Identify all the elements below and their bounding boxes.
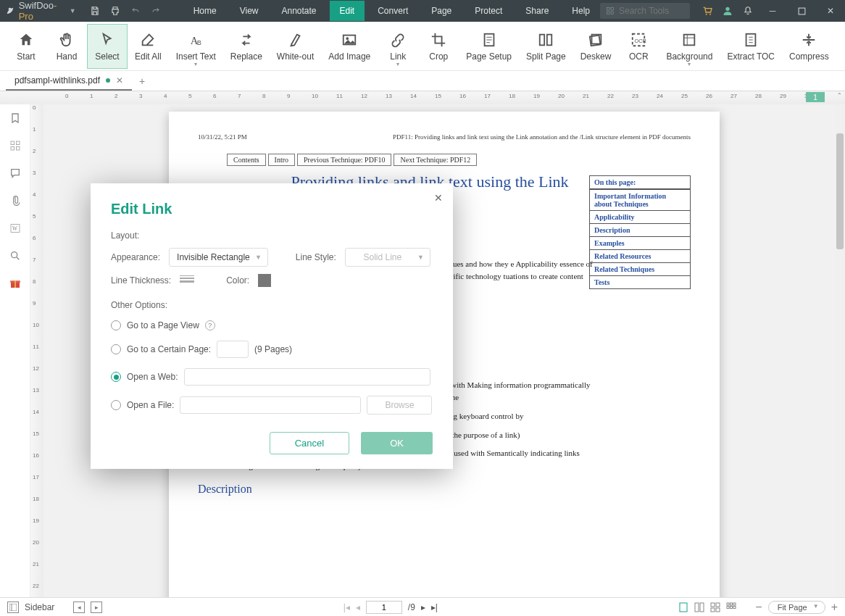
add-tab-button[interactable]: + bbox=[132, 72, 152, 91]
app-logo[interactable]: SwifDoo-Pro ▼ bbox=[0, 0, 82, 22]
zoom-in-icon[interactable]: + bbox=[831, 601, 838, 614]
appearance-select[interactable]: Invisible Rectangle▼ bbox=[169, 248, 268, 267]
tool-edit-all[interactable]: Edit All bbox=[128, 24, 169, 69]
close-icon[interactable]: ✕ bbox=[816, 0, 845, 22]
comment-icon[interactable] bbox=[7, 165, 23, 181]
help-icon[interactable]: ? bbox=[205, 320, 215, 330]
tool-select[interactable]: Select bbox=[87, 24, 128, 69]
gift-icon[interactable] bbox=[7, 275, 23, 291]
doc-nav-item[interactable]: Contents bbox=[227, 154, 266, 166]
tool-page-setup[interactable]: Page Setup bbox=[459, 24, 519, 69]
user-icon[interactable] bbox=[717, 0, 738, 22]
radio-pageview[interactable] bbox=[111, 320, 121, 330]
view-grid-icon[interactable] bbox=[726, 602, 736, 612]
scrollbar-thumb[interactable] bbox=[836, 133, 844, 249]
first-page-icon[interactable]: |◂ bbox=[344, 602, 350, 612]
tool-start[interactable]: Start bbox=[6, 24, 46, 69]
color-picker[interactable] bbox=[258, 274, 271, 287]
radio-open-web[interactable] bbox=[111, 372, 121, 382]
menu-home[interactable]: Home bbox=[183, 1, 227, 21]
on-this-item[interactable]: Important Information about Techniques bbox=[590, 189, 690, 210]
minimize-icon[interactable]: ─ bbox=[758, 0, 787, 22]
tool-split-page[interactable]: Split Page bbox=[519, 24, 573, 69]
menu-view[interactable]: View bbox=[230, 1, 269, 21]
tool-background[interactable]: Background▾ bbox=[659, 24, 720, 69]
tool-add-image[interactable]: Add Image bbox=[321, 24, 378, 69]
tool-extract-toc[interactable]: Extract TOC bbox=[720, 24, 782, 69]
page-number-input[interactable] bbox=[366, 601, 402, 614]
app-menu-caret[interactable]: ▼ bbox=[70, 7, 76, 14]
radio-certain-page[interactable] bbox=[111, 344, 121, 354]
attachment-icon[interactable] bbox=[7, 193, 23, 209]
browse-button[interactable]: Browse bbox=[367, 396, 432, 415]
menu-page[interactable]: Page bbox=[421, 1, 462, 21]
search-tools-input[interactable] bbox=[619, 6, 684, 16]
doc-nav-item[interactable]: Next Technique: PDF12 bbox=[394, 154, 477, 166]
bell-icon[interactable] bbox=[738, 0, 758, 22]
tool-compress[interactable]: Compress bbox=[782, 24, 836, 69]
thickness-picker[interactable] bbox=[180, 275, 194, 286]
select-icon bbox=[99, 31, 115, 49]
undo-icon[interactable] bbox=[130, 5, 141, 17]
view-single-icon[interactable] bbox=[678, 602, 688, 612]
view-continuous-icon[interactable] bbox=[694, 602, 704, 612]
save-icon[interactable] bbox=[89, 5, 101, 17]
svg-text:B: B bbox=[197, 39, 201, 46]
panel-next-icon[interactable]: ▸ bbox=[91, 602, 102, 613]
prev-page-icon[interactable]: ◂ bbox=[356, 602, 360, 612]
ok-button[interactable]: OK bbox=[361, 432, 433, 454]
on-this-item[interactable]: Related Techniques bbox=[590, 262, 690, 275]
tool-insert-text[interactable]: ABInsert Text▾ bbox=[169, 24, 223, 69]
svg-text:W: W bbox=[12, 225, 17, 232]
file-path-field[interactable] bbox=[180, 396, 361, 414]
menu-help[interactable]: Help bbox=[562, 1, 600, 21]
on-this-item[interactable]: Examples bbox=[590, 236, 690, 249]
svg-rect-3 bbox=[611, 12, 614, 14]
menu-protect[interactable]: Protect bbox=[465, 1, 512, 21]
page-number-field[interactable] bbox=[217, 341, 249, 358]
tool-hand[interactable]: Hand bbox=[46, 24, 87, 69]
thumbnails-icon[interactable] bbox=[7, 138, 23, 154]
last-page-icon[interactable]: ▸| bbox=[431, 602, 438, 612]
search-tools[interactable] bbox=[600, 3, 690, 19]
menu-convert[interactable]: Convert bbox=[367, 1, 418, 21]
doc-nav-item[interactable]: Previous Technique: PDF10 bbox=[297, 154, 391, 166]
vertical-scrollbar[interactable] bbox=[835, 104, 845, 597]
view-facing-icon[interactable] bbox=[710, 602, 720, 612]
sidebar-toggle-icon[interactable] bbox=[7, 602, 19, 613]
radio-open-file[interactable] bbox=[111, 400, 121, 410]
tool-replace[interactable]: Replace bbox=[223, 24, 270, 69]
tab-close-icon[interactable]: ✕ bbox=[116, 75, 123, 86]
linestyle-select[interactable]: Solid Line▼ bbox=[345, 248, 430, 267]
on-this-item[interactable]: Applicability bbox=[590, 210, 690, 223]
document-tab[interactable]: pdfsampl-withlinks.pdf ✕ bbox=[6, 72, 132, 91]
zoom-out-icon[interactable]: − bbox=[755, 601, 762, 614]
bookmark-icon[interactable] bbox=[7, 110, 23, 126]
dialog-close-icon[interactable]: ✕ bbox=[434, 192, 443, 204]
word-icon[interactable]: W bbox=[7, 220, 23, 236]
maximize-icon[interactable] bbox=[787, 0, 816, 22]
on-this-item[interactable]: Tests bbox=[590, 275, 690, 288]
cart-icon[interactable] bbox=[697, 0, 717, 22]
collapse-ruler-icon[interactable]: ⌃ bbox=[837, 92, 842, 99]
panel-prev-icon[interactable]: ◂ bbox=[73, 602, 85, 613]
on-this-item[interactable]: Related Resources bbox=[590, 249, 690, 262]
zoom-select[interactable]: Fit Page▼ bbox=[768, 601, 825, 614]
tool-white-out[interactable]: White-out bbox=[270, 24, 321, 69]
tool-ocr[interactable]: OCROCR bbox=[618, 24, 659, 69]
menu-share[interactable]: Share bbox=[515, 1, 559, 21]
search-icon[interactable] bbox=[7, 248, 23, 264]
redo-icon[interactable] bbox=[150, 5, 162, 17]
next-page-icon[interactable]: ▸ bbox=[421, 602, 425, 612]
tool-link[interactable]: Link▾ bbox=[378, 24, 418, 69]
tool-crop[interactable]: Crop bbox=[418, 24, 459, 69]
web-url-field[interactable] bbox=[184, 368, 430, 386]
doc-nav-item[interactable]: Intro bbox=[268, 154, 295, 166]
menu-annotate[interactable]: Annotate bbox=[271, 1, 326, 21]
cancel-button[interactable]: Cancel bbox=[270, 432, 349, 454]
print-icon[interactable] bbox=[109, 5, 121, 17]
menu-edit[interactable]: Edit bbox=[330, 1, 365, 21]
on-this-item[interactable]: Description bbox=[590, 223, 690, 236]
svg-rect-7 bbox=[799, 8, 805, 14]
tool-deskew[interactable]: Deskew bbox=[573, 24, 619, 69]
